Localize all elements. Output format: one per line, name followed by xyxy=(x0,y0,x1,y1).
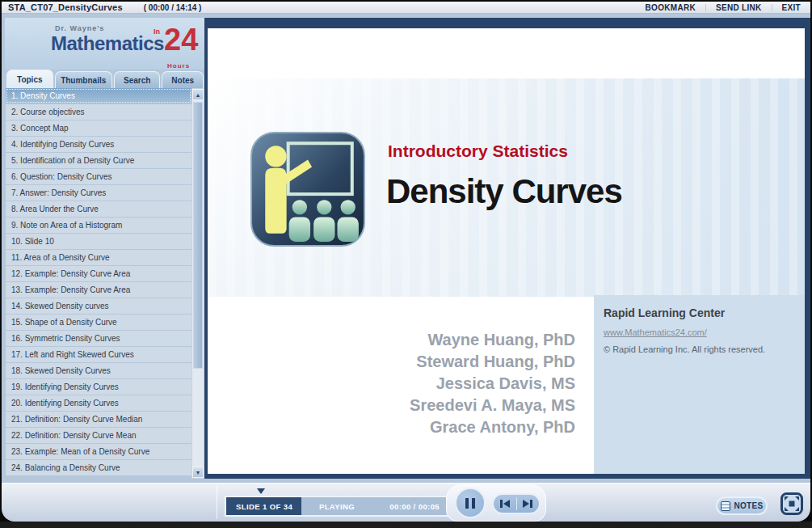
logo-hours-text: Hours xyxy=(167,62,190,70)
topic-list-item[interactable]: 6. Question: Density Curves xyxy=(6,169,191,184)
author-name: Wayne Huang, PhD xyxy=(410,329,575,351)
title-bar-menu: BOOKMARKSEND LINKEXIT xyxy=(646,2,801,13)
menu-item-exit[interactable]: EXIT xyxy=(782,3,801,12)
topic-list-item[interactable]: 11. Area of a Density Curve xyxy=(6,250,191,265)
fullscreen-button[interactable] xyxy=(780,492,803,515)
menu-separator xyxy=(705,4,706,11)
topic-list-item[interactable]: 3. Concept Map xyxy=(6,120,191,136)
next-slide-icon xyxy=(523,500,529,508)
pause-icon xyxy=(465,498,469,509)
topic-list-item[interactable]: 19. Identifying Density Curves xyxy=(6,379,191,395)
logo-in-text: In xyxy=(154,27,160,36)
scrollbar-up-icon[interactable]: ▲ xyxy=(192,89,204,100)
organization-panel: Rapid Learning Center www.Mathematics24.… xyxy=(594,295,805,474)
logo-word-text: Mathematics xyxy=(51,32,164,55)
topic-list-item[interactable]: 18. Skewed Density Curves xyxy=(6,363,191,378)
logo-24-text: 24 xyxy=(164,23,198,57)
scrollbar-thumb[interactable] xyxy=(193,102,203,369)
topic-list-item[interactable]: 16. Symmetric Density Curves xyxy=(6,331,191,346)
organization-url-link[interactable]: www.Mathematics24.com/ xyxy=(604,327,805,337)
seek-marker-icon[interactable] xyxy=(257,488,265,494)
tab-notes[interactable]: Notes xyxy=(162,71,204,88)
slide-title: Density Curves xyxy=(386,172,622,211)
sidebar-tabs: TopicsThumbnailsSearchNotes xyxy=(5,70,205,88)
notes-button-label: NOTES xyxy=(734,501,764,510)
window-title: STA_CT07_DensityCurves xyxy=(8,2,123,12)
player-bar-divider xyxy=(217,486,217,519)
topic-list-item[interactable]: 2. Course objectives xyxy=(6,104,191,120)
topic-list-item[interactable]: 13. Example: Density Curve Area xyxy=(6,282,191,298)
playback-controls xyxy=(446,484,546,522)
author-name: Steward Huang, PhD xyxy=(410,351,575,373)
topic-list-scrollbar[interactable]: ▲ ▼ xyxy=(191,88,204,479)
notes-button[interactable]: NOTES xyxy=(716,496,768,515)
authors-list: Wayne Huang, PhDSteward Huang, PhDJessic… xyxy=(410,329,575,438)
sidebar: Dr. Wayne's Mathematics In 24 Hours Topi… xyxy=(5,18,205,479)
topic-list-item[interactable]: 4. Identifying Density Curves xyxy=(6,137,191,152)
tab-topics[interactable]: Topics xyxy=(6,70,53,88)
topic-list-item[interactable]: 10. Slide 10 xyxy=(6,234,191,249)
title-bar: STA_CT07_DensityCurves ( 00:00 / 14:14 )… xyxy=(2,2,810,14)
menu-item-bookmark[interactable]: BOOKMARK xyxy=(646,3,696,12)
window-bottom-edge xyxy=(0,522,812,528)
slide-step-controls xyxy=(492,493,541,514)
course-name: Introductory Statistics xyxy=(388,142,568,161)
logo-prefix-text: Dr. Wayne's xyxy=(55,24,104,32)
slide-time: 00:00 / 00:05 xyxy=(389,502,440,511)
fullscreen-icon xyxy=(789,501,795,507)
topic-list: 1. Density Curves2. Course objectives3. … xyxy=(6,88,191,479)
slide-canvas: Introductory Statistics Density Curves W… xyxy=(208,28,805,474)
topic-list-item[interactable]: 9. Note on Area of a Histogram xyxy=(6,218,191,233)
organization-name: Rapid Learning Center xyxy=(604,306,805,319)
topic-list-item[interactable]: 8. Area Under the Curve xyxy=(6,201,191,217)
author-name: Grace Antony, PhD xyxy=(410,416,575,438)
main-area: Dr. Wayne's Mathematics In 24 Hours Topi… xyxy=(2,14,810,483)
notes-icon xyxy=(721,501,730,511)
brand-logo: Dr. Wayne's Mathematics In 24 Hours xyxy=(5,18,205,70)
topic-list-item[interactable]: 21. Definition: Density Curve Median xyxy=(6,412,191,427)
course-elapsed-time: ( 00:00 / 14:14 ) xyxy=(144,3,202,12)
topic-list-item[interactable]: 5. Identification of a Density Curve xyxy=(6,153,191,168)
menu-separator xyxy=(772,4,772,11)
topic-list-item[interactable]: 20. Identifying Density Curves xyxy=(6,395,191,411)
topic-list-item[interactable]: 17. Left and Right Skewed Curves xyxy=(6,347,191,362)
application-window: STA_CT07_DensityCurves ( 00:00 / 14:14 )… xyxy=(0,0,812,528)
scrollbar-down-icon[interactable]: ▼ xyxy=(192,467,204,478)
topic-list-item[interactable]: 24. Balancing a Density Curve xyxy=(6,460,191,475)
topic-list-item[interactable]: 1. Density Curves xyxy=(6,88,191,103)
progress-bar[interactable]: SLIDE 1 OF 34 PLAYING 00:00 / 00:05 xyxy=(225,496,449,517)
topic-list-item[interactable]: 15. Shape of a Density Curve xyxy=(6,315,191,330)
menu-item-send-link[interactable]: SEND LINK xyxy=(716,3,762,12)
slide-frame: Introductory Statistics Density Curves W… xyxy=(204,18,810,479)
presentation-teacher-icon xyxy=(250,132,365,247)
tab-search[interactable]: Search xyxy=(114,71,161,88)
copyright-text: © Rapid Learning Inc. All rights reserve… xyxy=(604,344,805,354)
topic-list-item[interactable]: 14. Skewed Density curves xyxy=(6,298,191,314)
player-bar: SLIDE 1 OF 34 PLAYING 00:00 / 00:05 xyxy=(2,483,810,522)
previous-slide-button[interactable] xyxy=(494,495,516,513)
topic-list-item[interactable]: 12. Example: Density Curve Area xyxy=(6,266,191,281)
tab-thumbnails[interactable]: Thumbnails xyxy=(55,71,112,88)
author-name: Jessica Davis, MS xyxy=(410,373,575,395)
topic-list-item[interactable]: 7. Answer: Density Curves xyxy=(6,185,191,201)
previous-slide-icon xyxy=(500,500,503,508)
pause-button[interactable] xyxy=(455,488,486,518)
topic-list-item[interactable]: 22. Definition: Density Curve Mean xyxy=(6,428,191,443)
next-slide-button[interactable] xyxy=(517,495,540,513)
author-name: Sreedevi A. Maya, MS xyxy=(410,395,575,416)
topic-list-item[interactable]: 23. Example: Mean of a Density Curve xyxy=(6,444,191,459)
